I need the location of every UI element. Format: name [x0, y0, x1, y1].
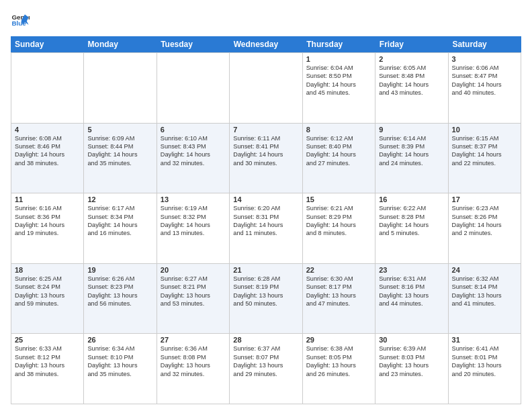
cal-cell-day-1: 1Sunrise: 6:04 AM Sunset: 8:50 PM Daylig…: [303, 53, 375, 124]
day-number: 22: [306, 266, 371, 274]
day-info: Sunrise: 6:36 AM Sunset: 8:08 PM Dayligh…: [161, 345, 226, 378]
cal-cell-day-23: 23Sunrise: 6:31 AM Sunset: 8:16 PM Dayli…: [375, 264, 448, 334]
dow-thursday: Thursday: [302, 36, 375, 52]
day-number: 7: [233, 126, 298, 134]
day-number: 5: [87, 126, 152, 134]
day-info: Sunrise: 6:27 AM Sunset: 8:21 PM Dayligh…: [161, 275, 226, 308]
cal-cell-day-7: 7Sunrise: 6:11 AM Sunset: 8:41 PM Daylig…: [230, 124, 302, 194]
cal-cell-day-25: 25Sunrise: 6:33 AM Sunset: 8:12 PM Dayli…: [11, 334, 84, 404]
day-info: Sunrise: 6:20 AM Sunset: 8:31 PM Dayligh…: [233, 204, 298, 238]
dow-saturday: Saturday: [448, 36, 521, 52]
day-info: Sunrise: 6:15 AM Sunset: 8:37 PM Dayligh…: [452, 134, 517, 168]
day-number: 21: [233, 266, 298, 274]
cal-cell-day-20: 20Sunrise: 6:27 AM Sunset: 8:21 PM Dayli…: [157, 264, 230, 334]
day-info: Sunrise: 6:19 AM Sunset: 8:32 PM Dayligh…: [161, 204, 226, 238]
day-number: 15: [306, 195, 371, 203]
day-info: Sunrise: 6:06 AM Sunset: 8:47 PM Dayligh…: [452, 64, 517, 97]
cal-row-2: 4Sunrise: 6:08 AM Sunset: 8:46 PM Daylig…: [11, 124, 521, 194]
day-number: 16: [379, 195, 444, 203]
cal-cell-day-28: 28Sunrise: 6:37 AM Sunset: 8:07 PM Dayli…: [230, 334, 302, 404]
day-number: 17: [452, 195, 517, 203]
cal-cell-day-24: 24Sunrise: 6:32 AM Sunset: 8:14 PM Dayli…: [449, 264, 521, 334]
cal-cell-day-14: 14Sunrise: 6:20 AM Sunset: 8:31 PM Dayli…: [230, 193, 302, 264]
cal-cell-day-2: 2Sunrise: 6:05 AM Sunset: 8:48 PM Daylig…: [375, 53, 448, 124]
day-info: Sunrise: 6:14 AM Sunset: 8:39 PM Dayligh…: [379, 134, 444, 168]
day-info: Sunrise: 6:33 AM Sunset: 8:12 PM Dayligh…: [15, 345, 80, 378]
day-number: 23: [379, 266, 444, 274]
day-number: 12: [87, 195, 152, 203]
cal-cell-day-10: 10Sunrise: 6:15 AM Sunset: 8:37 PM Dayli…: [449, 124, 521, 194]
cal-cell-day-22: 22Sunrise: 6:30 AM Sunset: 8:17 PM Dayli…: [303, 264, 375, 334]
cal-cell-day-11: 11Sunrise: 6:16 AM Sunset: 8:36 PM Dayli…: [11, 193, 84, 264]
day-number: 18: [15, 266, 80, 274]
cal-cell-day-8: 8Sunrise: 6:12 AM Sunset: 8:40 PM Daylig…: [303, 124, 375, 194]
day-info: Sunrise: 6:08 AM Sunset: 8:46 PM Dayligh…: [15, 134, 80, 168]
cal-cell-day-19: 19Sunrise: 6:26 AM Sunset: 8:23 PM Dayli…: [84, 264, 157, 334]
day-info: Sunrise: 6:12 AM Sunset: 8:40 PM Dayligh…: [306, 134, 371, 168]
day-info: Sunrise: 6:34 AM Sunset: 8:10 PM Dayligh…: [87, 345, 152, 378]
day-info: Sunrise: 6:04 AM Sunset: 8:50 PM Dayligh…: [306, 64, 371, 97]
day-number: 8: [306, 126, 371, 134]
dow-wednesday: Wednesday: [230, 36, 303, 52]
day-number: 20: [161, 266, 226, 274]
day-number: 10: [452, 126, 517, 134]
day-number: 27: [161, 336, 226, 344]
cal-row-5: 25Sunrise: 6:33 AM Sunset: 8:12 PM Dayli…: [11, 334, 521, 404]
cal-cell-day-30: 30Sunrise: 6:39 AM Sunset: 8:03 PM Dayli…: [375, 334, 448, 404]
day-info: Sunrise: 6:16 AM Sunset: 8:36 PM Dayligh…: [15, 204, 80, 238]
logo-icon: General Blue: [11, 11, 30, 30]
day-number: 1: [306, 55, 371, 63]
day-info: Sunrise: 6:38 AM Sunset: 8:05 PM Dayligh…: [306, 345, 371, 378]
day-number: 13: [161, 195, 226, 203]
cal-cell-day-6: 6Sunrise: 6:10 AM Sunset: 8:43 PM Daylig…: [157, 124, 230, 194]
day-number: 3: [452, 55, 517, 63]
day-number: 28: [233, 336, 298, 344]
header: General Blue: [11, 11, 521, 30]
day-info: Sunrise: 6:31 AM Sunset: 8:16 PM Dayligh…: [379, 275, 444, 308]
cal-cell-day-17: 17Sunrise: 6:23 AM Sunset: 8:26 PM Dayli…: [449, 193, 521, 264]
cal-cell-day-31: 31Sunrise: 6:41 AM Sunset: 8:01 PM Dayli…: [449, 334, 521, 404]
day-number: 14: [233, 195, 298, 203]
day-info: Sunrise: 6:37 AM Sunset: 8:07 PM Dayligh…: [233, 345, 298, 378]
day-number: 6: [161, 126, 226, 134]
day-info: Sunrise: 6:28 AM Sunset: 8:19 PM Dayligh…: [233, 275, 298, 308]
day-number: 19: [87, 266, 152, 274]
logo: General Blue: [11, 11, 30, 30]
cal-cell-day-29: 29Sunrise: 6:38 AM Sunset: 8:05 PM Dayli…: [303, 334, 375, 404]
day-info: Sunrise: 6:09 AM Sunset: 8:44 PM Dayligh…: [87, 134, 152, 168]
cal-row-1: 1Sunrise: 6:04 AM Sunset: 8:50 PM Daylig…: [11, 53, 521, 124]
day-info: Sunrise: 6:22 AM Sunset: 8:28 PM Dayligh…: [379, 204, 444, 238]
day-info: Sunrise: 6:11 AM Sunset: 8:41 PM Dayligh…: [233, 134, 298, 168]
dow-tuesday: Tuesday: [157, 36, 230, 52]
cal-cell-empty: [11, 53, 84, 124]
day-info: Sunrise: 6:10 AM Sunset: 8:43 PM Dayligh…: [161, 134, 226, 168]
day-info: Sunrise: 6:30 AM Sunset: 8:17 PM Dayligh…: [306, 275, 371, 308]
day-number: 11: [15, 195, 80, 203]
cal-cell-day-9: 9Sunrise: 6:14 AM Sunset: 8:39 PM Daylig…: [375, 124, 448, 194]
day-number: 26: [87, 336, 152, 344]
day-number: 30: [379, 336, 444, 344]
dow-friday: Friday: [375, 36, 449, 52]
cal-cell-day-27: 27Sunrise: 6:36 AM Sunset: 8:08 PM Dayli…: [157, 334, 230, 404]
day-info: Sunrise: 6:25 AM Sunset: 8:24 PM Dayligh…: [15, 275, 80, 308]
calendar-header: Sunday Monday Tuesday Wednesday Thursday…: [11, 36, 521, 52]
cal-cell-empty: [157, 53, 230, 124]
day-number: 29: [306, 336, 371, 344]
cal-cell-day-16: 16Sunrise: 6:22 AM Sunset: 8:28 PM Dayli…: [375, 193, 448, 264]
cal-cell-day-18: 18Sunrise: 6:25 AM Sunset: 8:24 PM Dayli…: [11, 264, 84, 334]
cal-cell-day-15: 15Sunrise: 6:21 AM Sunset: 8:29 PM Dayli…: [303, 193, 375, 264]
cal-cell-day-4: 4Sunrise: 6:08 AM Sunset: 8:46 PM Daylig…: [11, 124, 84, 194]
day-info: Sunrise: 6:23 AM Sunset: 8:26 PM Dayligh…: [452, 204, 517, 238]
cal-cell-day-12: 12Sunrise: 6:17 AM Sunset: 8:34 PM Dayli…: [84, 193, 157, 264]
day-number: 9: [379, 126, 444, 134]
cal-cell-day-5: 5Sunrise: 6:09 AM Sunset: 8:44 PM Daylig…: [84, 124, 157, 194]
cal-cell-day-13: 13Sunrise: 6:19 AM Sunset: 8:32 PM Dayli…: [157, 193, 230, 264]
cal-cell-day-3: 3Sunrise: 6:06 AM Sunset: 8:47 PM Daylig…: [449, 53, 521, 124]
day-info: Sunrise: 6:17 AM Sunset: 8:34 PM Dayligh…: [87, 204, 152, 238]
dow-sunday: Sunday: [11, 36, 84, 52]
day-number: 4: [15, 126, 80, 134]
cal-cell-day-26: 26Sunrise: 6:34 AM Sunset: 8:10 PM Dayli…: [84, 334, 157, 404]
cal-row-4: 18Sunrise: 6:25 AM Sunset: 8:24 PM Dayli…: [11, 264, 521, 334]
calendar-body: 1Sunrise: 6:04 AM Sunset: 8:50 PM Daylig…: [11, 52, 521, 404]
day-number: 2: [379, 55, 444, 63]
